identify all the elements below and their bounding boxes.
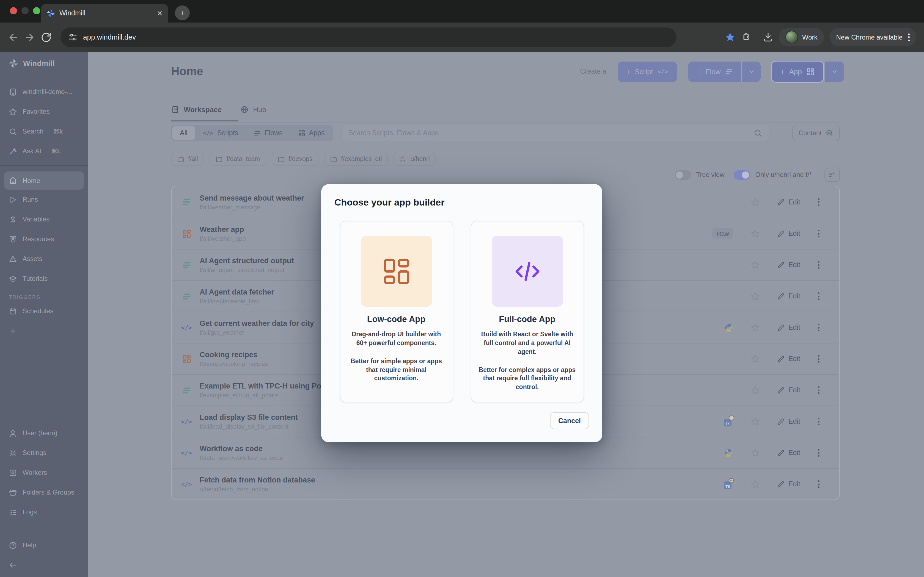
sidebar-item-schedules[interactable]: Schedules bbox=[0, 301, 88, 321]
sidebar-item-user[interactable]: User (henri) bbox=[0, 423, 88, 443]
favorite-star-icon[interactable] bbox=[751, 355, 760, 363]
row-menu-button[interactable] bbox=[818, 230, 819, 237]
favorite-star-icon[interactable] bbox=[751, 386, 760, 395]
low-code-app-card[interactable]: Low-code App Drag-and-drop UI builder wi… bbox=[339, 221, 453, 402]
content-search-button[interactable]: Content bbox=[792, 125, 840, 141]
sidebar-item-logs[interactable]: Logs bbox=[0, 502, 88, 522]
edit-button[interactable]: Edit bbox=[777, 230, 800, 237]
item-title: Weather app bbox=[200, 225, 246, 234]
sidebar-item-settings[interactable]: Settings bbox=[0, 443, 88, 463]
edit-button[interactable]: Edit bbox=[777, 355, 800, 363]
window-controls[interactable] bbox=[10, 7, 40, 14]
row-menu-button[interactable] bbox=[818, 292, 819, 300]
filter-flows[interactable]: Flows bbox=[246, 126, 290, 140]
back-icon[interactable] bbox=[8, 32, 19, 43]
filter-all[interactable]: All bbox=[172, 126, 195, 140]
sidebar-collapse-button[interactable] bbox=[0, 555, 88, 575]
sidebar-item-ask-ai[interactable]: Ask AI ⌘L bbox=[0, 141, 88, 161]
sidebar-item-folders-groups[interactable]: Folders & Groups bbox=[0, 482, 88, 502]
low-code-card-title: Low-code App bbox=[340, 314, 452, 324]
create-flow-dropdown-button[interactable] bbox=[741, 61, 761, 82]
site-settings-icon[interactable] bbox=[68, 32, 78, 42]
row-menu-button[interactable] bbox=[818, 417, 819, 425]
sidebar-add-trigger-button[interactable] bbox=[0, 321, 88, 341]
favorite-star-icon[interactable] bbox=[751, 323, 760, 332]
create-script-button[interactable]: + Script </> bbox=[617, 61, 677, 82]
tab-workspace[interactable]: Workspace bbox=[171, 105, 222, 113]
list-item[interactable]: </> Fetch data from Notion databaseu/hen… bbox=[171, 468, 839, 500]
favorite-star-icon[interactable] bbox=[751, 417, 760, 426]
edit-button[interactable]: Edit bbox=[777, 386, 800, 394]
sidebar-item-assets[interactable]: Assets bbox=[0, 249, 88, 269]
chip-folder[interactable]: f/examples_etl bbox=[324, 152, 388, 166]
edit-button[interactable]: Edit bbox=[777, 449, 800, 457]
pencil-icon bbox=[777, 293, 785, 300]
download-icon[interactable] bbox=[763, 32, 774, 42]
edit-button[interactable]: Edit bbox=[777, 261, 800, 269]
sidebar-item-favorites[interactable]: Favorites bbox=[0, 102, 88, 121]
extensions-puzzle-icon[interactable] bbox=[741, 32, 751, 42]
row-menu-button[interactable] bbox=[818, 449, 819, 457]
bookmark-star-icon[interactable] bbox=[725, 32, 736, 42]
edit-button[interactable]: Edit bbox=[777, 292, 800, 300]
sidebar-item-home[interactable]: Home bbox=[4, 171, 84, 190]
edit-button[interactable]: Edit bbox=[777, 198, 800, 206]
row-menu-button[interactable] bbox=[818, 198, 819, 206]
close-window-button[interactable] bbox=[10, 7, 17, 14]
favorite-star-icon[interactable] bbox=[751, 198, 760, 206]
chip-folder[interactable]: f/data_team bbox=[210, 152, 266, 166]
create-app-button[interactable]: + App bbox=[772, 61, 823, 82]
sidebar-item-workspace[interactable]: windmill-demo-... bbox=[0, 82, 88, 102]
search-input[interactable] bbox=[348, 129, 753, 137]
sidebar-item-help[interactable]: Help bbox=[0, 535, 88, 555]
sidebar-item-resources[interactable]: Resources bbox=[0, 229, 88, 249]
chip-folder[interactable]: f/all bbox=[171, 152, 204, 166]
chrome-menu-icon[interactable] bbox=[906, 33, 910, 41]
chip-folder[interactable]: f/devops bbox=[271, 152, 318, 166]
favorite-star-icon[interactable] bbox=[751, 448, 760, 457]
row-menu-button[interactable] bbox=[818, 261, 819, 269]
favorite-star-icon[interactable] bbox=[751, 480, 760, 488]
full-code-app-card[interactable]: Full-code App Build with React or Svelte… bbox=[470, 221, 584, 402]
filter-scripts[interactable]: </> Scripts bbox=[195, 126, 246, 140]
row-menu-button[interactable] bbox=[818, 355, 819, 363]
tab-close-icon[interactable]: ✕ bbox=[157, 9, 163, 17]
chip-user[interactable]: u/henri bbox=[394, 152, 436, 166]
row-menu-button[interactable] bbox=[818, 324, 819, 331]
sidebar-item-workers[interactable]: Workers bbox=[0, 463, 88, 482]
row-menu-button[interactable] bbox=[818, 480, 819, 488]
tree-view-toggle[interactable] bbox=[675, 170, 691, 179]
chrome-update-button[interactable]: New Chrome available bbox=[830, 28, 916, 46]
new-tab-button[interactable]: + bbox=[175, 5, 190, 20]
favorite-star-icon[interactable] bbox=[751, 292, 760, 301]
sidebar-item-runs[interactable]: Runs bbox=[0, 190, 88, 210]
sidebar-item-search[interactable]: Search ⌘k bbox=[0, 121, 88, 141]
forward-icon[interactable] bbox=[24, 32, 35, 43]
sidebar-logo[interactable]: Windmill bbox=[0, 52, 88, 75]
sidebar-item-tutorials[interactable]: Tutorials bbox=[0, 269, 88, 288]
filter-apps[interactable]: Apps bbox=[290, 126, 332, 140]
edit-button[interactable]: Edit bbox=[777, 480, 800, 488]
reload-icon[interactable] bbox=[41, 32, 52, 43]
row-menu-button[interactable] bbox=[818, 386, 819, 394]
search-icon[interactable] bbox=[753, 129, 762, 137]
favorite-star-icon[interactable] bbox=[751, 261, 760, 269]
search-box[interactable] bbox=[341, 125, 769, 141]
url-bar[interactable]: app.windmill.dev bbox=[60, 27, 677, 47]
edit-button[interactable]: Edit bbox=[777, 417, 800, 425]
create-flow-button[interactable]: + Flow bbox=[688, 61, 741, 82]
item-path: f/all/get_weather bbox=[200, 329, 314, 336]
browser-tab[interactable]: Windmill ✕ bbox=[41, 4, 168, 23]
edit-button[interactable]: Edit bbox=[777, 324, 800, 331]
sidebar-item-variables[interactable]: Variables bbox=[0, 210, 88, 229]
profile-button[interactable]: Work bbox=[779, 28, 824, 46]
item-title: AI Agent structured output bbox=[200, 256, 294, 265]
create-app-dropdown-button[interactable] bbox=[825, 61, 844, 82]
cancel-button[interactable]: Cancel bbox=[550, 412, 589, 429]
display-settings-button[interactable] bbox=[824, 168, 840, 182]
zoom-window-button[interactable] bbox=[33, 7, 40, 14]
favorite-star-icon[interactable] bbox=[751, 229, 760, 238]
only-owner-toggle[interactable] bbox=[734, 170, 751, 179]
minimize-window-button[interactable] bbox=[21, 7, 29, 14]
tab-hub[interactable]: Hub bbox=[240, 105, 266, 113]
